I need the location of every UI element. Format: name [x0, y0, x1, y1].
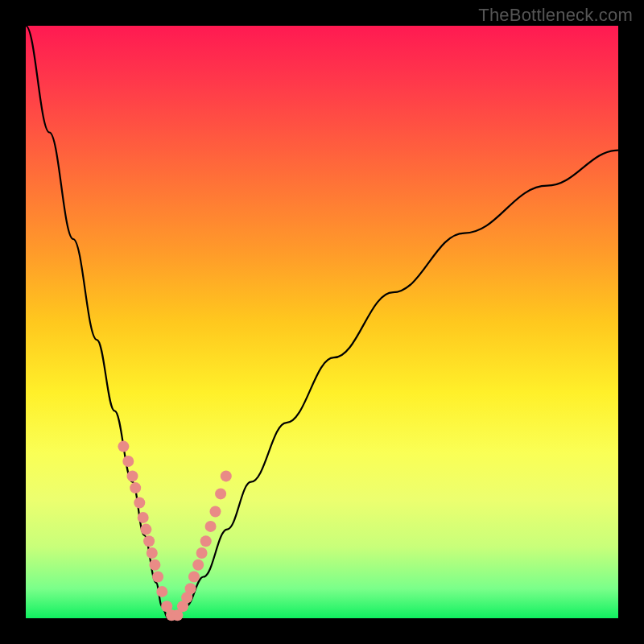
highlight-dot — [156, 586, 167, 597]
dots-layer — [118, 441, 231, 621]
highlight-dot — [205, 521, 217, 532]
chart-svg — [0, 0, 644, 644]
highlight-dot — [140, 524, 151, 535]
highlight-dot — [138, 512, 149, 523]
highlight-dot — [210, 506, 221, 518]
highlight-dot — [147, 547, 158, 559]
highlight-dot — [149, 559, 160, 571]
attribution-label: TheBottleneck.com — [478, 5, 633, 26]
highlight-dot — [215, 488, 226, 499]
curve-layer — [26, 26, 618, 618]
highlight-dot — [200, 535, 212, 547]
highlight-dot — [130, 482, 141, 493]
highlight-dot — [192, 559, 204, 571]
highlight-dot — [122, 456, 134, 467]
highlight-dot — [152, 572, 163, 583]
bottleneck-curve — [26, 26, 618, 618]
highlight-dot — [127, 470, 138, 481]
highlight-dot — [196, 547, 208, 559]
highlight-dot — [134, 497, 145, 509]
highlight-dot — [221, 470, 232, 481]
highlight-dot — [118, 441, 129, 452]
highlight-dot — [188, 572, 200, 583]
highlight-dot — [185, 583, 196, 594]
chart-frame: TheBottleneck.com — [0, 0, 644, 644]
highlight-dot — [143, 535, 155, 547]
